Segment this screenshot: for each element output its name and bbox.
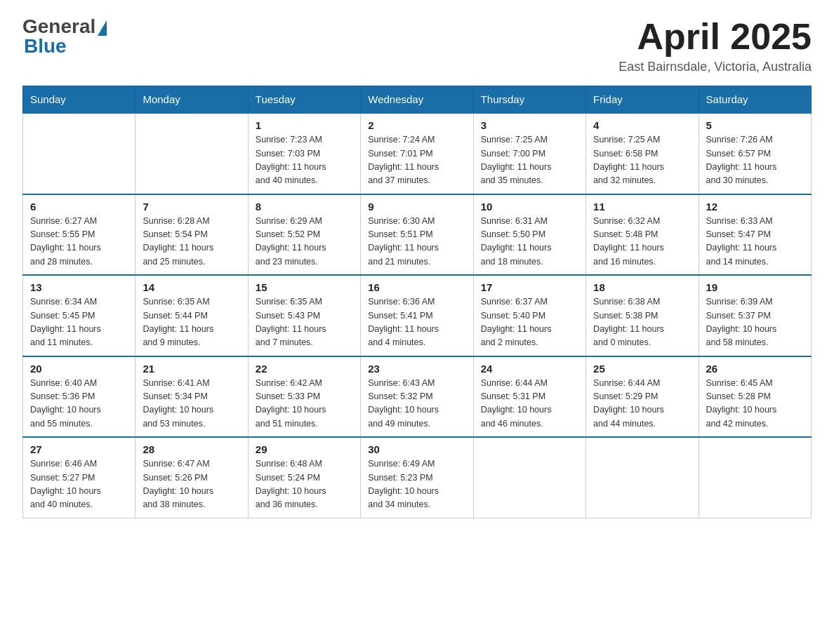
day-info: Sunrise: 7:25 AM Sunset: 7:00 PM Dayligh… <box>481 133 578 188</box>
day-number: 1 <box>256 119 353 131</box>
calendar-cell <box>699 437 811 518</box>
day-number: 17 <box>481 281 578 293</box>
day-number: 19 <box>706 281 804 293</box>
col-header-wednesday: Wednesday <box>361 86 473 114</box>
calendar-cell <box>23 113 135 194</box>
day-number: 23 <box>368 363 465 375</box>
day-info: Sunrise: 6:28 AM Sunset: 5:54 PM Dayligh… <box>143 215 240 269</box>
week-row-5: 27Sunrise: 6:46 AM Sunset: 5:27 PM Dayli… <box>23 437 812 518</box>
day-info: Sunrise: 6:31 AM Sunset: 5:50 PM Dayligh… <box>481 215 578 269</box>
calendar-cell: 16Sunrise: 6:36 AM Sunset: 5:41 PM Dayli… <box>361 275 473 356</box>
day-info: Sunrise: 6:40 AM Sunset: 5:36 PM Dayligh… <box>30 377 128 431</box>
calendar-cell: 17Sunrise: 6:37 AM Sunset: 5:40 PM Dayli… <box>473 275 585 356</box>
day-number: 4 <box>593 119 691 131</box>
calendar-cell: 15Sunrise: 6:35 AM Sunset: 5:43 PM Dayli… <box>248 275 360 356</box>
day-info: Sunrise: 6:42 AM Sunset: 5:33 PM Dayligh… <box>256 377 353 431</box>
col-header-friday: Friday <box>586 86 699 114</box>
page-header: General Blue April 2025 East Bairnsdale,… <box>22 17 812 74</box>
day-number: 28 <box>143 443 240 455</box>
day-number: 16 <box>368 281 465 293</box>
day-info: Sunrise: 6:45 AM Sunset: 5:28 PM Dayligh… <box>706 377 804 431</box>
col-header-thursday: Thursday <box>473 86 585 114</box>
calendar-cell: 30Sunrise: 6:49 AM Sunset: 5:23 PM Dayli… <box>361 437 473 518</box>
day-info: Sunrise: 6:36 AM Sunset: 5:41 PM Dayligh… <box>368 295 465 350</box>
logo: General Blue <box>22 17 107 58</box>
week-row-3: 13Sunrise: 6:34 AM Sunset: 5:45 PM Dayli… <box>23 275 812 356</box>
calendar-cell: 29Sunrise: 6:48 AM Sunset: 5:24 PM Dayli… <box>248 437 360 518</box>
day-number: 6 <box>30 201 128 213</box>
calendar-cell: 4Sunrise: 7:25 AM Sunset: 6:58 PM Daylig… <box>586 113 699 194</box>
calendar-cell <box>586 437 699 518</box>
calendar-cell: 23Sunrise: 6:43 AM Sunset: 5:32 PM Dayli… <box>361 356 473 438</box>
calendar-cell: 5Sunrise: 7:26 AM Sunset: 6:57 PM Daylig… <box>699 113 811 194</box>
calendar-cell: 8Sunrise: 6:29 AM Sunset: 5:52 PM Daylig… <box>248 194 360 276</box>
calendar-cell <box>473 437 585 518</box>
day-info: Sunrise: 6:33 AM Sunset: 5:47 PM Dayligh… <box>706 215 804 269</box>
day-number: 5 <box>706 119 804 131</box>
day-info: Sunrise: 6:43 AM Sunset: 5:32 PM Dayligh… <box>368 377 465 431</box>
day-info: Sunrise: 6:44 AM Sunset: 5:31 PM Dayligh… <box>481 377 578 431</box>
calendar-cell: 3Sunrise: 7:25 AM Sunset: 7:00 PM Daylig… <box>473 113 585 194</box>
day-info: Sunrise: 6:29 AM Sunset: 5:52 PM Dayligh… <box>256 215 353 269</box>
day-info: Sunrise: 7:24 AM Sunset: 7:01 PM Dayligh… <box>368 133 465 188</box>
calendar-header-row: SundayMondayTuesdayWednesdayThursdayFrid… <box>23 86 812 114</box>
calendar-cell: 11Sunrise: 6:32 AM Sunset: 5:48 PM Dayli… <box>586 194 699 276</box>
day-number: 21 <box>143 363 240 375</box>
day-number: 2 <box>368 119 465 131</box>
day-info: Sunrise: 6:32 AM Sunset: 5:48 PM Dayligh… <box>593 215 691 269</box>
day-info: Sunrise: 6:41 AM Sunset: 5:34 PM Dayligh… <box>143 377 240 431</box>
calendar-cell: 7Sunrise: 6:28 AM Sunset: 5:54 PM Daylig… <box>135 194 248 276</box>
day-number: 7 <box>143 201 240 213</box>
day-number: 3 <box>481 119 578 131</box>
calendar-cell: 20Sunrise: 6:40 AM Sunset: 5:36 PM Dayli… <box>23 356 135 438</box>
calendar-cell: 24Sunrise: 6:44 AM Sunset: 5:31 PM Dayli… <box>473 356 585 438</box>
calendar-cell: 28Sunrise: 6:47 AM Sunset: 5:26 PM Dayli… <box>135 437 248 518</box>
col-header-sunday: Sunday <box>23 86 135 114</box>
calendar-cell: 26Sunrise: 6:45 AM Sunset: 5:28 PM Dayli… <box>699 356 811 438</box>
day-number: 14 <box>143 281 240 293</box>
day-number: 13 <box>30 281 128 293</box>
day-number: 24 <box>481 363 578 375</box>
calendar-cell: 13Sunrise: 6:34 AM Sunset: 5:45 PM Dayli… <box>23 275 135 356</box>
month-title: April 2025 <box>618 17 812 57</box>
day-info: Sunrise: 6:46 AM Sunset: 5:27 PM Dayligh… <box>30 457 128 512</box>
title-area: April 2025 East Bairnsdale, Victoria, Au… <box>618 17 812 74</box>
calendar-cell: 2Sunrise: 7:24 AM Sunset: 7:01 PM Daylig… <box>361 113 473 194</box>
logo-blue-text: Blue <box>22 35 107 58</box>
day-number: 29 <box>256 443 353 455</box>
col-header-monday: Monday <box>135 86 248 114</box>
calendar-cell: 27Sunrise: 6:46 AM Sunset: 5:27 PM Dayli… <box>23 437 135 518</box>
calendar-cell: 19Sunrise: 6:39 AM Sunset: 5:37 PM Dayli… <box>699 275 811 356</box>
calendar-cell: 6Sunrise: 6:27 AM Sunset: 5:55 PM Daylig… <box>23 194 135 276</box>
day-info: Sunrise: 6:35 AM Sunset: 5:43 PM Dayligh… <box>256 295 353 350</box>
day-number: 27 <box>30 443 128 455</box>
week-row-4: 20Sunrise: 6:40 AM Sunset: 5:36 PM Dayli… <box>23 356 812 438</box>
day-info: Sunrise: 6:44 AM Sunset: 5:29 PM Dayligh… <box>593 377 691 431</box>
calendar-cell: 10Sunrise: 6:31 AM Sunset: 5:50 PM Dayli… <box>473 194 585 276</box>
day-info: Sunrise: 6:37 AM Sunset: 5:40 PM Dayligh… <box>481 295 578 350</box>
calendar-cell: 22Sunrise: 6:42 AM Sunset: 5:33 PM Dayli… <box>248 356 360 438</box>
day-number: 9 <box>368 201 465 213</box>
day-info: Sunrise: 6:34 AM Sunset: 5:45 PM Dayligh… <box>30 295 128 350</box>
day-number: 11 <box>593 201 691 213</box>
location-subtitle: East Bairnsdale, Victoria, Australia <box>618 60 812 74</box>
calendar-cell <box>135 113 248 194</box>
day-info: Sunrise: 6:49 AM Sunset: 5:23 PM Dayligh… <box>368 457 465 512</box>
week-row-1: 1Sunrise: 7:23 AM Sunset: 7:03 PM Daylig… <box>23 113 812 194</box>
day-info: Sunrise: 7:23 AM Sunset: 7:03 PM Dayligh… <box>256 133 353 188</box>
day-number: 8 <box>256 201 353 213</box>
calendar-cell: 25Sunrise: 6:44 AM Sunset: 5:29 PM Dayli… <box>586 356 699 438</box>
day-number: 10 <box>481 201 578 213</box>
calendar-cell: 21Sunrise: 6:41 AM Sunset: 5:34 PM Dayli… <box>135 356 248 438</box>
col-header-tuesday: Tuesday <box>248 86 360 114</box>
col-header-saturday: Saturday <box>699 86 811 114</box>
day-number: 20 <box>30 363 128 375</box>
day-info: Sunrise: 6:39 AM Sunset: 5:37 PM Dayligh… <box>706 295 804 350</box>
calendar-cell: 1Sunrise: 7:23 AM Sunset: 7:03 PM Daylig… <box>248 113 360 194</box>
day-info: Sunrise: 6:48 AM Sunset: 5:24 PM Dayligh… <box>256 457 353 512</box>
logo-general-text: General <box>22 17 95 36</box>
day-info: Sunrise: 6:35 AM Sunset: 5:44 PM Dayligh… <box>143 295 240 350</box>
day-info: Sunrise: 6:47 AM Sunset: 5:26 PM Dayligh… <box>143 457 240 512</box>
week-row-2: 6Sunrise: 6:27 AM Sunset: 5:55 PM Daylig… <box>23 194 812 276</box>
day-number: 15 <box>256 281 353 293</box>
